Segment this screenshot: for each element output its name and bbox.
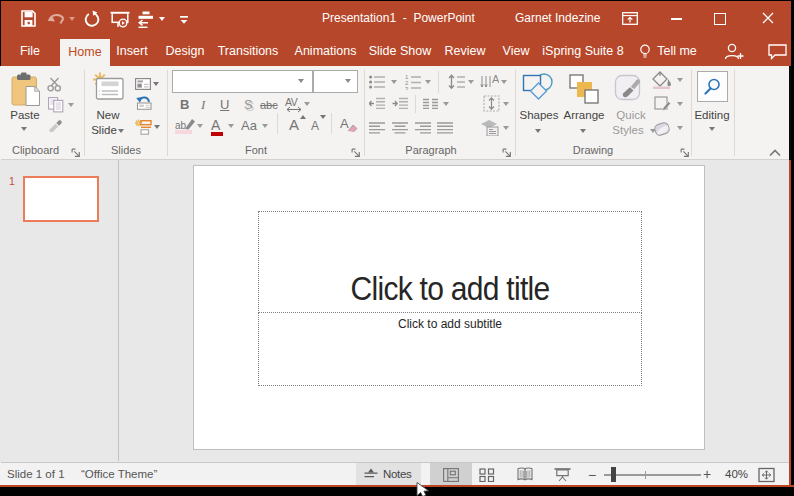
svg-text:A: A bbox=[492, 74, 499, 85]
svg-text:3: 3 bbox=[405, 86, 409, 91]
